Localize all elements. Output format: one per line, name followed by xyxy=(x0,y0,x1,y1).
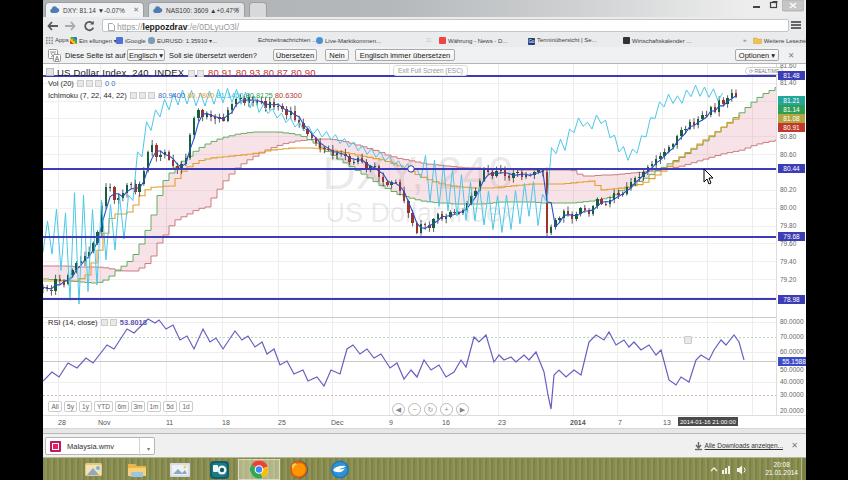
svg-text:A: A xyxy=(55,55,60,62)
